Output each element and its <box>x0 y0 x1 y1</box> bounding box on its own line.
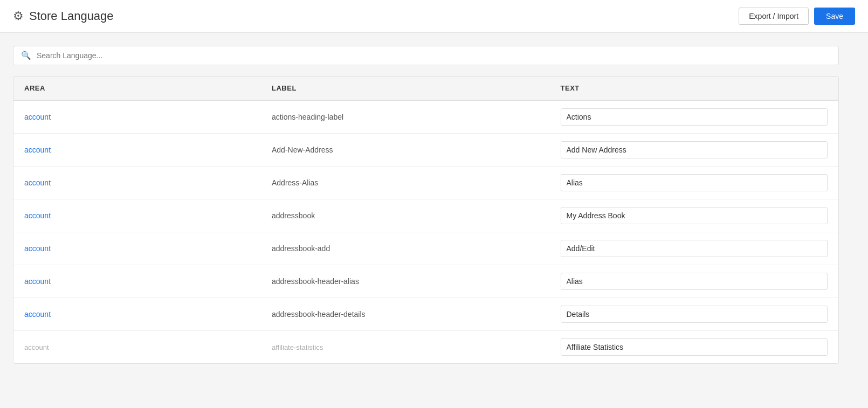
col-area: AREA <box>13 77 261 100</box>
table-row: accountaddressbook <box>13 199 838 232</box>
label-cell: Add-New-Address <box>261 134 550 167</box>
col-text: TEXT <box>550 77 839 100</box>
search-bar: 🔍 <box>13 46 839 65</box>
table-row: accountactions-heading-label <box>13 100 838 134</box>
text-input-field[interactable] <box>561 174 828 191</box>
label-cell: addressbook-add <box>261 232 550 265</box>
language-table: AREA LABEL TEXT accountactions-heading-l… <box>13 76 839 364</box>
table-row: accountaffiliate-statistics <box>13 331 838 364</box>
area-cell: account <box>13 232 261 265</box>
table-body: accountactions-heading-labelaccountAdd-N… <box>13 100 838 363</box>
area-cell: account <box>13 298 261 331</box>
table: AREA LABEL TEXT accountactions-heading-l… <box>13 77 838 363</box>
label-value: addressbook-header-details <box>272 310 366 319</box>
label-cell: addressbook-header-alias <box>261 265 550 298</box>
text-cell <box>550 199 839 232</box>
area-link[interactable]: account <box>24 244 51 253</box>
text-input-field[interactable] <box>561 207 828 224</box>
table-row: accountAdd-New-Address <box>13 134 838 167</box>
text-input-field[interactable] <box>561 108 828 126</box>
area-cell: account <box>13 134 261 167</box>
table-row: accountaddressbook-add <box>13 232 838 265</box>
label-cell: actions-heading-label <box>261 100 550 134</box>
table-row: accountaddressbook-header-alias <box>13 265 838 298</box>
table-row: accountAddress-Alias <box>13 167 838 199</box>
label-cell: addressbook-header-details <box>261 298 550 331</box>
text-cell <box>550 298 839 331</box>
area-link[interactable]: account <box>24 113 51 121</box>
label-value: Address-Alias <box>272 178 318 187</box>
text-cell <box>550 134 839 167</box>
area-cell: account <box>13 100 261 134</box>
area-link[interactable]: account <box>24 343 49 351</box>
area-link[interactable]: account <box>24 310 51 319</box>
header-left: ⚙ Store Language <box>13 9 114 23</box>
area-link[interactable]: account <box>24 211 51 220</box>
label-value: addressbook-header-alias <box>272 277 359 286</box>
label-value: affiliate-statistics <box>272 343 323 351</box>
col-label: LABEL <box>261 77 550 100</box>
header-actions: Export / Import Save <box>739 8 855 25</box>
label-value: Add-New-Address <box>272 146 333 154</box>
search-icon: 🔍 <box>21 51 31 60</box>
page-title: Store Language <box>29 9 114 23</box>
text-cell <box>550 167 839 199</box>
table-row: accountaddressbook-header-details <box>13 298 838 331</box>
area-link[interactable]: account <box>24 146 51 154</box>
text-input-field[interactable] <box>561 240 828 257</box>
search-input[interactable] <box>37 51 831 60</box>
text-input-field[interactable] <box>561 338 828 356</box>
area-cell: account <box>13 167 261 199</box>
gear-icon: ⚙ <box>13 9 24 23</box>
text-input-field[interactable] <box>561 141 828 158</box>
label-cell: affiliate-statistics <box>261 331 550 364</box>
text-cell <box>550 265 839 298</box>
export-import-button[interactable]: Export / Import <box>739 8 809 25</box>
text-cell <box>550 232 839 265</box>
label-value: addressbook <box>272 211 315 220</box>
text-input-field[interactable] <box>561 306 828 323</box>
label-cell: addressbook <box>261 199 550 232</box>
page-header: ⚙ Store Language Export / Import Save <box>0 0 868 33</box>
area-cell: account <box>13 331 261 364</box>
save-button[interactable]: Save <box>814 8 855 25</box>
main-content: 🔍 AREA LABEL TEXT accountactions-heading… <box>0 33 852 377</box>
area-link[interactable]: account <box>24 178 51 187</box>
text-cell <box>550 331 839 364</box>
label-value: actions-heading-label <box>272 113 343 121</box>
label-cell: Address-Alias <box>261 167 550 199</box>
table-header: AREA LABEL TEXT <box>13 77 838 100</box>
area-link[interactable]: account <box>24 277 51 286</box>
area-cell: account <box>13 265 261 298</box>
label-value: addressbook-add <box>272 244 330 253</box>
area-cell: account <box>13 199 261 232</box>
text-cell <box>550 100 839 134</box>
text-input-field[interactable] <box>561 273 828 290</box>
